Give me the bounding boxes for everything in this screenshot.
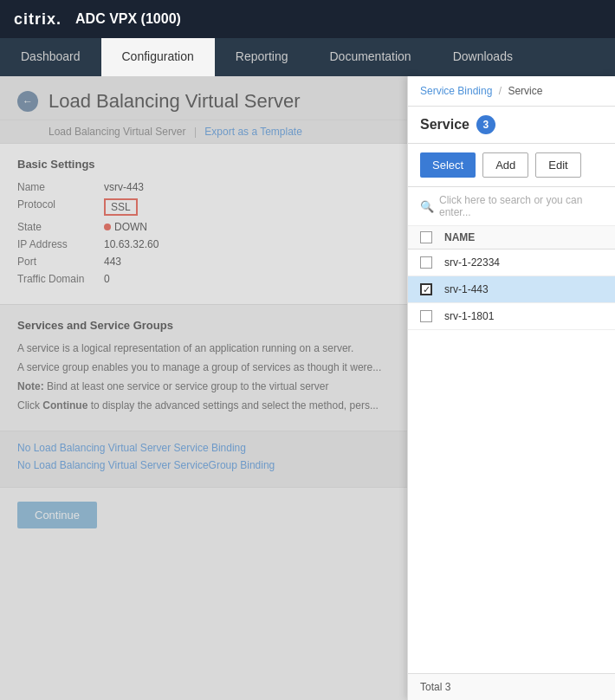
service-breadcrumb-current: Service [508, 85, 542, 97]
field-name-value: vsrv-443 [104, 181, 144, 193]
export-template-link[interactable]: Export as a Template [204, 126, 302, 138]
breadcrumb-parent: Load Balancing Virtual Server [49, 126, 186, 138]
table-row[interactable]: srv-1-22334 [408, 250, 615, 276]
total-bar: Total 3 [408, 673, 615, 700]
field-port-value: 443 [104, 256, 121, 268]
table-row[interactable]: srv-1-1801 [408, 303, 615, 330]
add-button[interactable]: Add [482, 152, 528, 178]
right-panel: Service Binding / Service Service 3 Sele… [407, 76, 615, 700]
search-placeholder: Click here to search or you can enter... [439, 194, 603, 218]
row-name-2: srv-1-443 [444, 283, 489, 295]
table-name-header: NAME [444, 231, 603, 243]
table-row[interactable]: ✓ srv-1-443 [408, 276, 615, 303]
table-header: NAME [408, 226, 615, 250]
main-content: ← Load Balancing Virtual Server Load Bal… [0, 76, 615, 700]
total-label: Total [420, 681, 442, 693]
right-panel-header: Service 3 [408, 107, 615, 144]
row-name-1: srv-1-22334 [444, 256, 500, 269]
field-state-value: DOWN [104, 221, 147, 233]
search-icon: 🔍 [420, 200, 434, 213]
page-title: Load Balancing Virtual Server [49, 90, 301, 113]
nav-item-documentation[interactable]: Documentation [308, 38, 431, 76]
search-bar[interactable]: 🔍 Click here to search or you can enter.… [408, 187, 615, 226]
right-panel-breadcrumb: Service Binding / Service [408, 76, 615, 107]
action-bar: Select Add Edit [408, 144, 615, 187]
field-ip-value: 10.63.32.60 [104, 238, 159, 250]
select-all-checkbox[interactable] [420, 231, 432, 243]
service-binding-breadcrumb-link[interactable]: Service Binding [420, 85, 492, 97]
field-protocol-value: SSL [104, 198, 138, 216]
row-checkbox-1[interactable] [420, 256, 432, 269]
right-panel-title: Service [420, 117, 469, 133]
status-dot [104, 224, 111, 230]
nav-item-downloads[interactable]: Downloads [432, 38, 534, 76]
citrix-logo-text: citrix. [14, 10, 62, 29]
nav-item-dashboard[interactable]: Dashboard [0, 38, 101, 76]
select-button[interactable]: Select [420, 152, 476, 178]
row-checkbox-3[interactable] [420, 310, 432, 322]
row-name-3: srv-1-1801 [444, 310, 494, 322]
nav-item-configuration[interactable]: Configuration [101, 38, 215, 76]
service-count-badge: 3 [476, 115, 495, 134]
app-title: ADC VPX (1000) [75, 11, 181, 27]
field-traffic-domain-value: 0 [104, 273, 110, 285]
continue-button[interactable]: Continue [17, 502, 97, 528]
nav-bar: Dashboard Configuration Reporting Docume… [0, 38, 615, 76]
total-count-value: 3 [445, 681, 451, 693]
nav-item-reporting[interactable]: Reporting [215, 38, 309, 76]
edit-button[interactable]: Edit [535, 152, 580, 178]
back-button[interactable]: ← [17, 91, 38, 112]
top-bar: citrix. ADC VPX (1000) [0, 0, 615, 38]
row-checkbox-2[interactable]: ✓ [420, 283, 432, 295]
citrix-logo: citrix. [14, 10, 62, 29]
